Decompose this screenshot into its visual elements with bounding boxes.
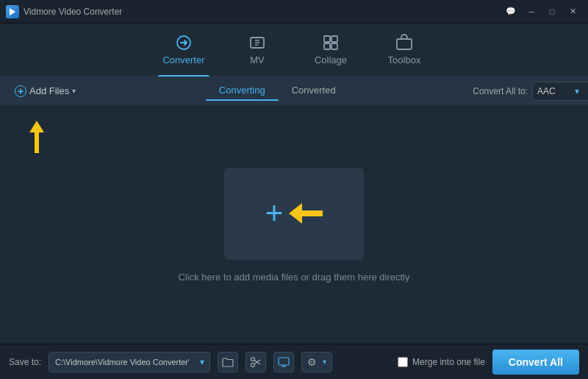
tab-mv-label: MV xyxy=(250,54,265,65)
convert-all-button[interactable]: Convert All xyxy=(492,350,579,375)
svg-rect-6 xyxy=(331,43,337,49)
nav-bar: Converter MV Collage Toolbox xyxy=(0,24,588,77)
merge-checkbox[interactable] xyxy=(398,357,408,367)
left-arrow-annotation xyxy=(289,203,323,224)
maximize-button[interactable]: □ xyxy=(542,4,562,20)
save-path-container: C:\Vidmore\Vidmore Video Converter\Conve… xyxy=(49,352,210,372)
tab-mv[interactable]: MV xyxy=(220,24,294,77)
gear-icon: ⚙ xyxy=(305,356,319,368)
add-files-dropdown-arrow: ▾ xyxy=(72,87,76,95)
sub-tab-converted[interactable]: Converted xyxy=(279,81,349,101)
chat-button[interactable]: 💬 xyxy=(501,4,520,20)
tab-toolbox-label: Toolbox xyxy=(388,54,421,65)
toolbar: + Add Files ▾ Converting Converted Conve… xyxy=(0,77,588,106)
tab-collage[interactable]: Collage xyxy=(294,24,368,77)
title-bar: Vidmore Video Converter 💬 ─ □ ✕ xyxy=(0,0,588,24)
add-files-button[interactable]: + Add Files ▾ xyxy=(9,82,82,100)
svg-rect-5 xyxy=(324,43,330,49)
app-icon xyxy=(6,5,19,18)
left-arrow-head xyxy=(289,203,302,224)
up-arrow-head xyxy=(29,121,44,132)
up-arrow-annotation xyxy=(29,121,44,153)
svg-point-8 xyxy=(251,357,255,361)
add-files-label: Add Files xyxy=(29,85,69,96)
svg-rect-12 xyxy=(279,358,289,365)
sub-tab-converting[interactable]: Converting xyxy=(206,81,279,101)
tab-converter[interactable]: Converter xyxy=(147,24,220,77)
save-path-select[interactable]: C:\Vidmore\Vidmore Video Converter\Conve… xyxy=(49,352,210,372)
settings-dropdown-arrow: ▾ xyxy=(320,358,329,366)
close-button[interactable]: ✕ xyxy=(563,4,582,20)
title-bar-left: Vidmore Video Converter xyxy=(6,5,122,18)
svg-point-9 xyxy=(251,363,255,366)
display-button[interactable] xyxy=(273,352,294,372)
convert-all-to-label: Convert All to: xyxy=(473,86,528,96)
app-title: Vidmore Video Converter xyxy=(24,7,122,17)
window-controls: 💬 ─ □ ✕ xyxy=(501,4,582,20)
settings-button[interactable]: ⚙ ▾ xyxy=(301,352,332,372)
bottom-bar: Save to: C:\Vidmore\Vidmore Video Conver… xyxy=(0,344,588,379)
minimize-button[interactable]: ─ xyxy=(522,4,541,20)
left-arrow-body xyxy=(302,210,323,216)
drop-hint: Click here to add media files or drag th… xyxy=(178,272,409,283)
up-arrow-stem xyxy=(35,132,39,153)
folder-browse-button[interactable] xyxy=(218,352,238,372)
main-content: + Click here to add media files or drag … xyxy=(0,106,588,344)
merge-checkbox-area: Merge into one file xyxy=(398,357,485,367)
convert-all-to-section: Convert All to: AAC MP3 MP4 AVI MKV MOV … xyxy=(473,82,579,101)
merge-label[interactable]: Merge into one file xyxy=(412,357,485,367)
svg-rect-4 xyxy=(331,36,337,42)
scissors-button[interactable] xyxy=(245,352,266,372)
tab-toolbox[interactable]: Toolbox xyxy=(368,24,441,77)
svg-marker-0 xyxy=(10,8,15,15)
svg-rect-7 xyxy=(397,39,412,49)
drop-zone-plus-icon: + xyxy=(265,198,284,229)
save-to-label: Save to: xyxy=(9,357,41,367)
drop-zone[interactable]: + xyxy=(224,168,364,260)
sub-tab-section: Converting Converted xyxy=(206,81,349,101)
add-files-plus-icon: + xyxy=(15,85,26,97)
tab-converter-label: Converter xyxy=(162,54,204,65)
format-select[interactable]: AAC MP3 MP4 AVI MKV MOV WMV FLAC xyxy=(532,82,588,101)
tab-collage-label: Collage xyxy=(315,54,347,65)
svg-rect-3 xyxy=(324,36,330,42)
